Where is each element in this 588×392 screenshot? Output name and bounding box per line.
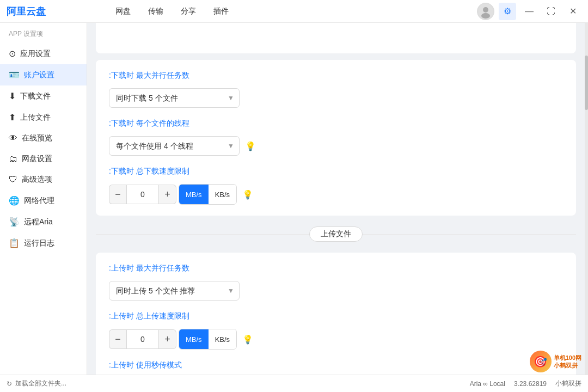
download-text: 小鹤双拼 [555, 379, 581, 388]
sidebar-item-remote-aria[interactable]: 📡 远程Aria [0, 211, 87, 232]
flash-upload-group: 上传时 使用秒传模式 ✕ 上传中 只通过秒传上传，暂停不能秒传的任务 💡 [109, 360, 563, 375]
threads-label: 下载时 每个文件的线程 [109, 119, 563, 128]
divider-line-right [363, 234, 576, 235]
svg-point-1 [483, 7, 488, 13]
titlebar-nav: 网盘 传输 分享 插件 [115, 4, 477, 19]
nav-transfer[interactable]: 传输 [148, 4, 163, 19]
sidebar-item-label: 运行日志 [24, 238, 54, 248]
aria-status: Aria ∞ Local [470, 380, 505, 388]
app-logo: 阿里云盘 [7, 5, 94, 18]
sidebar-item-run-logs[interactable]: 📋 运行日志 [0, 232, 87, 254]
upload-speed-label: 上传时 总上传速度限制 [109, 311, 563, 321]
online-preview-icon: 👁 [9, 133, 17, 143]
upload-speed-hint-icon[interactable]: 💡 [242, 334, 253, 345]
titlebar-controls: ⚙ — ⛶ ✕ [477, 3, 581, 20]
download-speed-unit-group: MB/s KB/s [179, 184, 237, 205]
sidebar-item-label: 应用设置 [20, 49, 51, 59]
download-speed-input[interactable] [126, 185, 159, 204]
upload-speed-minus[interactable]: − [109, 329, 126, 349]
download-files-icon: ⬇ [9, 91, 16, 101]
sidebar-item-label: 上传文件 [20, 113, 51, 122]
sidebar: APP 设置项 ⊙ 应用设置 🪪 账户设置 ⬇ 下载文件 ⬆ 上传文件 👁 在线… [0, 23, 87, 375]
download-speed-label: 下载时 总下载速度限制 [109, 167, 563, 176]
sidebar-section-title: APP 设置项 [0, 23, 87, 43]
app-settings-icon: ⊙ [9, 48, 16, 59]
nav-plugin[interactable]: 插件 [213, 4, 229, 19]
upload-max-tasks-select-wrapper: 同时上传 1 个文件 同时上传 3 个文件 同时上传 5 个文件 推荐 ▼ [109, 281, 240, 301]
sidebar-item-label: 网盘设置 [22, 154, 52, 164]
network-proxy-icon: 🌐 [9, 195, 20, 206]
sidebar-item-app-settings[interactable]: ⊙ 应用设置 [0, 43, 87, 64]
upload-speed-unit-group: MB/s KB/s [179, 329, 237, 350]
upload-max-tasks-group: 上传时 最大并行任务数 同时上传 1 个文件 同时上传 3 个文件 同时上传 5… [109, 264, 563, 301]
download-speed-control: − + [109, 185, 176, 204]
loading-text: 加载全部文件夹... [15, 379, 66, 388]
sidebar-item-advanced[interactable]: 🛡 高级选项 [0, 169, 87, 190]
threads-select[interactable]: 每个文件使用 1 个线程 每个文件使用 2 个线程 每个文件使用 4 个线程 每… [109, 136, 240, 156]
scrollbar-thumb[interactable] [585, 56, 588, 110]
upload-speed-kbs-btn[interactable]: KB/s [209, 329, 236, 349]
download-speed-minus[interactable]: − [109, 185, 126, 204]
download-speed-mbs-btn[interactable]: MB/s [179, 185, 209, 204]
loading-icon: ↻ [7, 380, 12, 388]
divider-line-left [96, 234, 309, 235]
close-button[interactable]: ✕ [564, 3, 581, 20]
sidebar-item-network-proxy[interactable]: 🌐 网络代理 [0, 190, 87, 211]
run-logs-icon: 📋 [9, 238, 20, 248]
upload-speed-control: − + [109, 329, 176, 349]
watermark: 🎯 单机100网 小鹤双拼 [530, 351, 581, 372]
sidebar-item-upload-files[interactable]: ⬆ 上传文件 [0, 107, 87, 128]
remote-aria-icon: 📡 [9, 217, 20, 227]
upload-speed-input[interactable] [126, 329, 159, 349]
statusbar-left: ↻ 加载全部文件夹... [7, 379, 470, 388]
download-section-card: 下载时 最大并行任务数 同时下载 1 个文件 同时下载 2 个文件 同时下载 3… [96, 60, 576, 216]
content-area[interactable]: 下载时 最大并行任务数 同时下载 1 个文件 同时下载 2 个文件 同时下载 3… [87, 23, 585, 375]
avatar[interactable] [477, 3, 494, 20]
sidebar-item-online-preview[interactable]: 👁 在线预览 [0, 128, 87, 149]
scrollbar[interactable] [585, 23, 588, 375]
max-tasks-label: 下载时 最大并行任务数 [109, 71, 563, 81]
statusbar: ↻ 加载全部文件夹... Aria ∞ Local 3.23.62819 小鹤双… [0, 375, 588, 392]
sidebar-item-label: 高级选项 [22, 175, 52, 185]
watermark-text: 单机100网 小鹤双拼 [554, 354, 581, 370]
settings-button[interactable]: ⚙ [499, 3, 516, 20]
maximize-button[interactable]: ⛶ [542, 3, 560, 20]
svg-point-2 [481, 13, 490, 19]
sidebar-item-label: 网络代理 [24, 196, 54, 206]
titlebar: 阿里云盘 网盘 传输 分享 插件 ⚙ — ⛶ ✕ [0, 0, 588, 23]
sidebar-item-label: 在线预览 [22, 133, 52, 143]
flash-upload-label: 上传时 使用秒传模式 [109, 360, 563, 370]
upload-divider-label: 上传文件 [309, 226, 363, 242]
disk-settings-icon: 🗂 [9, 154, 17, 164]
download-speed-hint-icon[interactable]: 💡 [242, 189, 253, 200]
sidebar-item-label: 账户设置 [24, 70, 54, 80]
upload-speed-group: 上传时 总上传速度限制 − + MB/s KB/s 💡 [109, 311, 563, 350]
upload-speed-mbs-btn[interactable]: MB/s [179, 329, 209, 349]
max-tasks-select[interactable]: 同时下载 1 个文件 同时下载 2 个文件 同时下载 3 个文件 同时下载 5 … [109, 88, 240, 108]
sidebar-item-label: 远程Aria [24, 217, 53, 227]
upload-max-tasks-label: 上传时 最大并行任务数 [109, 264, 563, 273]
nav-share[interactable]: 分享 [181, 4, 196, 19]
threads-hint-icon[interactable]: 💡 [245, 141, 256, 151]
nav-disk[interactable]: 网盘 [115, 4, 131, 19]
download-speed-plus[interactable]: + [159, 185, 176, 204]
threads-select-wrapper: 每个文件使用 1 个线程 每个文件使用 2 个线程 每个文件使用 4 个线程 每… [109, 136, 240, 156]
main-layout: APP 设置项 ⊙ 应用设置 🪪 账户设置 ⬇ 下载文件 ⬆ 上传文件 👁 在线… [0, 23, 588, 375]
minimize-button[interactable]: — [520, 3, 538, 20]
upload-speed-plus[interactable]: + [159, 329, 176, 349]
upload-divider: 上传文件 [87, 222, 585, 246]
account-settings-icon: 🪪 [9, 70, 20, 80]
sidebar-item-label: 下载文件 [20, 91, 51, 101]
upload-section-card: 上传时 最大并行任务数 同时上传 1 个文件 同时上传 3 个文件 同时上传 5… [96, 253, 576, 375]
statusbar-right: Aria ∞ Local 3.23.62819 小鹤双拼 [470, 379, 581, 388]
download-speed-kbs-btn[interactable]: KB/s [209, 185, 236, 204]
download-speed-group: 下载时 总下载速度限制 − + MB/s KB/s 💡 [109, 167, 563, 205]
max-tasks-group: 下载时 最大并行任务数 同时下载 1 个文件 同时下载 2 个文件 同时下载 3… [109, 71, 563, 108]
upload-max-tasks-select[interactable]: 同时上传 1 个文件 同时上传 3 个文件 同时上传 5 个文件 推荐 [109, 281, 240, 301]
max-tasks-select-wrapper: 同时下载 1 个文件 同时下载 2 个文件 同时下载 3 个文件 同时下载 5 … [109, 88, 240, 108]
sidebar-item-account-settings[interactable]: 🪪 账户设置 [0, 64, 87, 85]
upload-files-icon: ⬆ [9, 112, 16, 122]
threads-group: 下载时 每个文件的线程 每个文件使用 1 个线程 每个文件使用 2 个线程 每个… [109, 119, 563, 156]
sidebar-item-disk-settings[interactable]: 🗂 网盘设置 [0, 149, 87, 169]
sidebar-item-download-files[interactable]: ⬇ 下载文件 [0, 85, 87, 107]
